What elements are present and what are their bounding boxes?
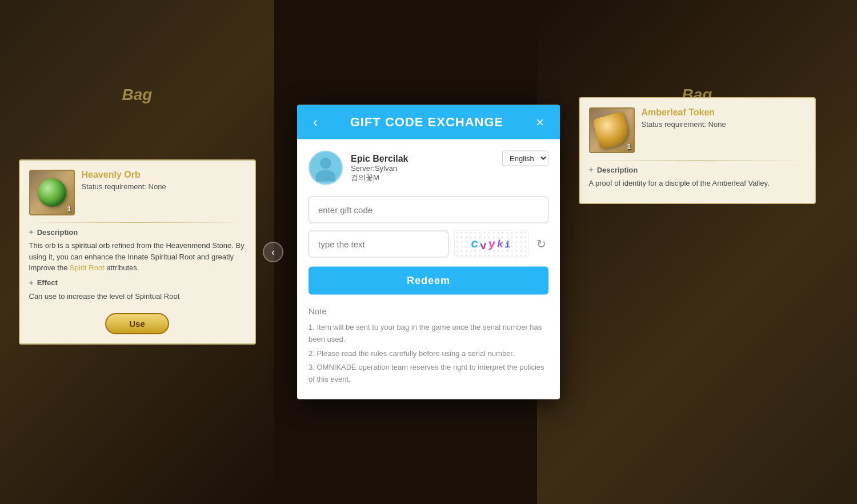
amberleaf-token-count: 1 [627,142,631,151]
use-button[interactable]: Use [105,313,169,334]
avatar-body [316,170,335,182]
captcha-row: cvyki ↻ [309,230,548,258]
captcha-input[interactable] [309,230,448,257]
captcha-image: cvyki [454,230,528,258]
captcha-text: cvyki [470,237,512,251]
heavenly-orb-title: Heavenly Orb [82,170,166,180]
avatar-head [320,158,331,169]
heavenly-orb-count: 1 [67,205,71,213]
background-left: Bag 1 Heavenly Orb Status requirement: N… [0,0,274,504]
amberleaf-token-title: Amberleaf Token [642,107,726,118]
avatar-person-icon [315,158,336,178]
avatar [309,151,343,185]
effect-label: Effect [29,278,246,287]
language-select[interactable]: English 한국어 中文 [502,151,548,166]
captcha-refresh-button[interactable]: ↻ [534,235,548,253]
user-tag: 검의꽃M [351,172,548,182]
captcha-char-c: c [470,237,480,251]
amberleaf-token-status: Status requirement: None [642,120,726,129]
heavenly-orb-icon [38,178,66,207]
gift-code-input[interactable] [309,197,548,223]
right-item-card: 1 Amberleaf Token Status requirement: No… [579,97,816,204]
left-item-card: 1 Heavenly Orb Status requirement: None … [19,159,256,345]
heavenly-orb-effect: Can use to increase the level of Spiritu… [29,291,246,302]
captcha-char-k: k [496,238,506,250]
back-button[interactable]: ‹ [309,113,322,131]
amberleaf-token-icon-box: 1 [589,107,635,153]
left-scroll-arrow[interactable]: ‹ [263,242,283,262]
card-divider-1 [29,222,246,223]
modal-title: GIFT CODE EXCHANGE [322,115,531,130]
heavenly-orb-description: This orb is a spiritual orb refined from… [29,240,246,274]
note-item-3: 3. OMNIKADE operation team reserves the … [309,362,548,386]
note-item-1: 1. Item will be sent to your bag in the … [309,322,548,346]
captcha-char-v: v [479,239,488,253]
modal-header: ‹ GIFT CODE EXCHANGE × [297,105,560,139]
spirit-root-link: Spirit Root [70,263,105,272]
bag-label-left: Bag [122,86,153,104]
user-info-row: Epic Bercilak Server:Sylvan 검의꽃M English… [309,151,548,185]
amberleaf-token-icon [592,111,631,149]
heavenly-orb-icon-box: 1 [29,170,75,215]
heavenly-orb-status: Status requirement: None [82,182,166,191]
close-button[interactable]: × [531,113,548,131]
card-divider-2 [589,160,806,161]
redeem-button[interactable]: Redeem [309,267,548,295]
background-right: Bag 1 Amberleaf Token Status requirement… [537,0,857,504]
modal-body: Epic Bercilak Server:Sylvan 검의꽃M English… [297,139,560,399]
note-label: Note [309,306,548,316]
amberleaf-token-description: A proof of identity for a disciple of th… [589,178,806,189]
gift-code-modal: ‹ GIFT CODE EXCHANGE × Epic Bercilak Ser… [297,105,560,399]
note-item-2: 2. Please read the rules carefully befor… [309,347,548,359]
description-label: Description [29,227,246,237]
right-description-label: Description [589,165,806,174]
